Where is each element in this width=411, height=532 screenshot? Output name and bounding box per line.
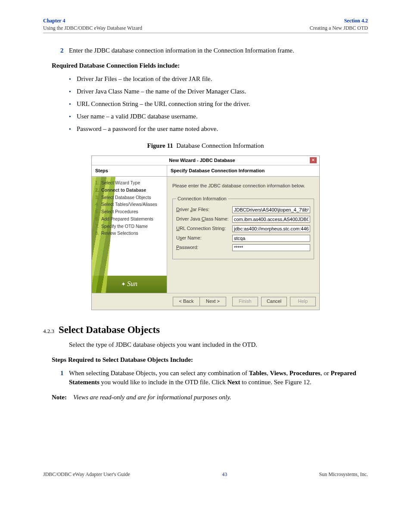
driver-jar-label: Driver Jar Files: [176,206,232,213]
step-label: Specify the OTD Name [101,223,148,230]
wizard-step: 1.Select Wizard Type [95,179,164,187]
wizard-step: 8.Review Selections [95,230,164,237]
wizard-dialog: New Wizard - JDBC Database × Steps 1.Sel… [91,156,320,310]
close-icon[interactable]: × [310,157,317,163]
step-text: Enter the JDBC database connection infor… [69,46,368,55]
wizard-content-panel: Specify Database Connection Information … [167,165,319,293]
username-input[interactable] [232,235,310,242]
bullet-icon: ▪ [69,124,77,134]
wizard-step: 4.Select Tables/Views/Aliases [95,201,164,208]
page-footer: JDBC/ODBC eWay Adapter User's Guide 43 S… [43,471,368,478]
wizard-step: 3.Select Database Objects [95,194,164,201]
step-label: Select Database Objects [101,194,151,201]
wizard-step: 5.Select Procedures [95,208,164,215]
note-label: Note: [52,393,73,402]
url-label: URL Connection String: [176,225,232,232]
step-num: 7. [95,223,101,230]
bullet-item: ▪Driver Jar Files – the location of the … [69,75,368,84]
bullet-icon: ▪ [69,75,77,84]
help-button[interactable]: Help [290,297,316,306]
bullet-icon: ▪ [69,87,77,96]
wizard-steps-panel: Steps 1.Select Wizard Type 2.Connect to … [92,165,167,293]
step-num: 3. [95,194,101,201]
finish-button[interactable]: Finish [232,297,258,306]
bullet-icon: ▪ [69,100,77,109]
step-num: 2. [95,187,101,193]
wizard-panel-heading: Specify Database Connection Information [167,165,319,177]
step-label: Select Wizard Type [101,180,140,186]
footer-doc-title: JDBC/ODBC eWay Adapter User's Guide [43,471,130,478]
step-label: Select Procedures [101,208,138,215]
bullet-icon: ▪ [69,112,77,121]
cancel-button[interactable]: Cancel [261,297,287,306]
steps-required-heading: Steps Required to Select Database Object… [52,355,368,364]
footer-company: Sun Microsystems, Inc. [319,471,368,478]
section-heading: 4.2.3 Select Database Objects [43,323,368,337]
step-number: 1 [60,369,69,387]
page-header: Chapter 4 Using the JDBC/ODBC eWay Datab… [43,17,368,33]
step-num: 4. [95,201,101,208]
select-objects-step-1: 1 When selecting Database Objects, you c… [60,369,368,387]
step-num: 5. [95,208,101,215]
url-input[interactable] [232,225,310,232]
bullet-text: URL Connection String – the URL connecti… [77,100,250,109]
bullet-text: Driver Jar Files – the location of the d… [77,75,212,84]
section-subtitle: Creating a New JDBC OTD [310,25,368,32]
steps-heading: Steps [92,165,167,177]
password-input[interactable] [232,244,310,251]
connection-info-group: Connection Information Driver Jar Files:… [172,196,314,259]
sun-logo: Sun [92,277,167,293]
bullet-text: Driver Java Class Name – the name of the… [77,87,246,96]
next-button[interactable]: Next > [199,297,226,306]
step-num: 8. [95,230,101,236]
step-text: When selecting Database Objects, you can… [69,369,368,387]
driver-jar-input[interactable] [232,206,310,213]
step-2: 2 Enter the JDBC database connection inf… [60,46,368,55]
connection-legend: Connection Information [176,196,228,202]
driver-class-label: Driver Java Class Name: [176,216,232,222]
step-label: Add Prepared Statements [101,216,153,222]
required-fields-heading: Required Database Connection Fields incl… [52,61,368,70]
wizard-step: 6.Add Prepared Statements [95,215,164,223]
figure-text: Database Connection Information [176,142,264,149]
section-number: 4.2.3 [43,327,54,335]
step-label: Review Selections [101,230,138,236]
section-intro: Select the type of JDBC database objects… [69,340,368,349]
wizard-title: New Wizard - JDBC Database [94,157,310,164]
note: Note: Views are read-only and are for in… [52,393,368,402]
chapter-subtitle: Using the JDBC/ODBC eWay Database Wizard [43,25,142,32]
wizard-titlebar: New Wizard - JDBC Database × [92,156,319,165]
section-title: Select Database Objects [59,323,160,337]
username-label: User Name: [176,235,232,241]
footer-page-number: 43 [222,471,227,478]
step-num: 6. [95,216,101,222]
wizard-button-bar: < Back Next > Finish Cancel Help [92,293,319,309]
figure-label: Figure 11 [147,142,173,149]
bullet-item: ▪User name – a valid JDBC database usern… [69,112,368,121]
password-label: Password: [176,244,232,251]
step-number: 2 [60,46,69,55]
chapter-link[interactable]: Chapter 4 [43,17,142,25]
wizard-step: 7.Specify the OTD Name [95,223,164,230]
bullet-text: Password – a password for the user name … [77,124,218,134]
bullet-list: ▪Driver Jar Files – the location of the … [69,75,368,134]
bullet-item: ▪Driver Java Class Name – the name of th… [69,87,368,96]
note-text: Views are read-only and are for informat… [73,393,231,402]
section-link[interactable]: Section 4.2 [310,17,368,25]
bullet-item: ▪Password – a password for the user name… [69,124,368,134]
wizard-step-current: 2.Connect to Database [95,187,164,194]
wizard-intro-text: Please enter the JDBC database connectio… [172,183,314,189]
figure-caption: Figure 11 Database Connection Informatio… [43,141,368,150]
back-button[interactable]: < Back [173,297,199,306]
step-label: Connect to Database [101,187,146,193]
driver-class-input[interactable] [232,216,310,223]
step-label: Select Tables/Views/Aliases [101,201,157,208]
bullet-text: User name – a valid JDBC database userna… [77,112,198,121]
step-num: 1. [95,180,101,186]
bullet-item: ▪URL Connection String – the URL connect… [69,100,368,109]
